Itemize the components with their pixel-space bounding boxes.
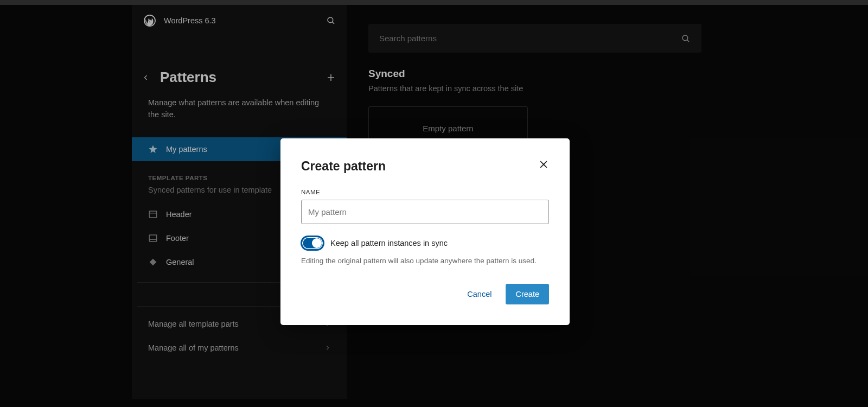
modal-header: Create pattern	[301, 159, 549, 174]
cancel-button[interactable]: Cancel	[463, 284, 496, 304]
toggle-knob	[312, 238, 322, 248]
sync-toggle-row: Keep all pattern instances in sync	[301, 236, 549, 250]
sync-toggle-help: Editing the original pattern will also u…	[301, 256, 549, 266]
name-field-label: NAME	[301, 189, 549, 195]
sync-toggle[interactable]	[301, 236, 324, 250]
pattern-name-input[interactable]	[301, 200, 549, 224]
sync-toggle-label: Keep all pattern instances in sync	[330, 239, 448, 247]
modal-title: Create pattern	[301, 159, 386, 174]
create-button[interactable]: Create	[506, 284, 549, 304]
modal-actions: Cancel Create	[301, 284, 549, 304]
create-pattern-modal: Create pattern NAME Keep all pattern ins…	[280, 138, 570, 325]
close-icon[interactable]	[538, 159, 549, 170]
